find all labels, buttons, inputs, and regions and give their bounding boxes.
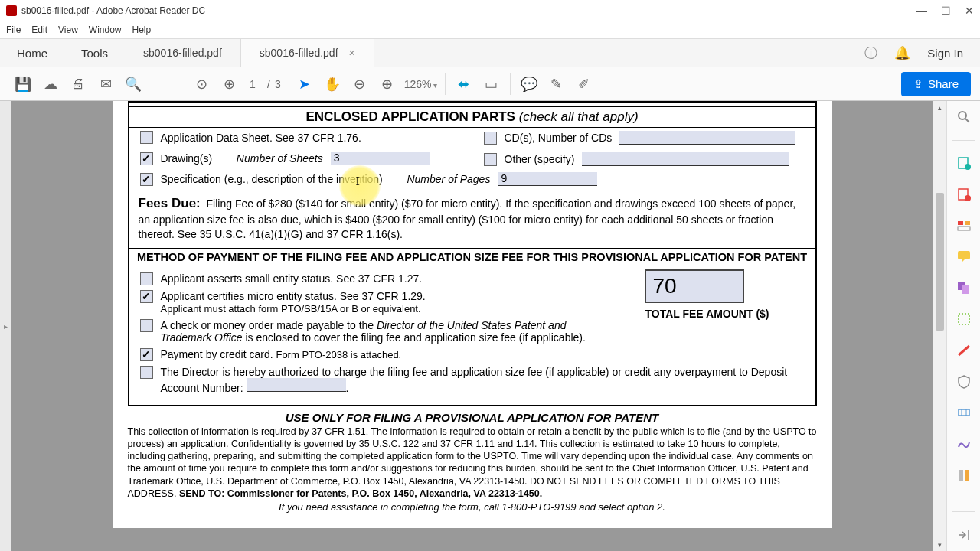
maximize-icon[interactable]: ☐ [941,5,951,17]
create-pdf-icon[interactable] [955,186,973,204]
email-icon[interactable]: ✉ [92,70,119,98]
enclosed-parts-header: ENCLOSED APPLICATION PARTS (check all th… [129,107,815,128]
input-num-sheets[interactable]: 3 [331,152,430,165]
label-specification: Specification (e.g., description of the … [161,173,383,185]
signin-button[interactable]: Sign In [927,47,963,60]
menu-help[interactable]: Help [132,24,152,35]
combine-files-icon[interactable] [955,279,973,297]
fine-print: This collection of information is requir… [128,425,817,500]
total-pages: 3 [275,78,281,90]
checkbox-small-entity[interactable] [140,272,153,285]
comment-icon[interactable]: 💬 [515,70,543,98]
svg-point-0 [959,112,966,119]
checkbox-other[interactable] [484,153,497,166]
sign-icon[interactable]: ✎ [543,70,570,98]
page-down-icon[interactable]: ⊕ [215,70,243,98]
left-panel-toggle[interactable]: ▸ [0,101,11,551]
fill-sign-icon[interactable] [955,435,973,453]
scroll-up-icon[interactable]: ▴ [933,101,946,114]
checkbox-specification[interactable] [140,173,153,186]
highlight-icon[interactable]: ✐ [570,70,598,98]
tools-button[interactable]: Tools [64,39,125,67]
redact-icon[interactable] [955,341,973,359]
svg-line-13 [959,346,969,355]
fit-width-icon[interactable]: ⬌ [450,70,478,98]
input-total-fee[interactable]: 70 [645,269,744,303]
print-icon[interactable]: 🖨 [64,70,92,98]
export-pdf-icon[interactable] [955,155,973,172]
svg-rect-14 [959,409,969,416]
organize-pages-icon[interactable] [955,311,973,328]
cloud-upload-icon[interactable]: ☁ [37,70,64,98]
home-button[interactable]: Home [0,39,64,67]
chevron-right-icon: ▸ [4,322,8,331]
svg-rect-11 [962,285,969,294]
document-tab-0[interactable]: sb0016-filled.pdf [125,39,241,67]
zoom-level[interactable]: 126%▾ [401,78,440,90]
assistance-note: If you need assistance in completing the… [128,501,817,513]
convert-icon[interactable] [955,467,973,484]
svg-rect-9 [958,251,970,259]
checkbox-check-payable[interactable] [140,319,153,332]
checkbox-app-data-sheet[interactable] [140,131,153,144]
menu-edit[interactable]: Edit [31,24,47,35]
input-deposit-account[interactable] [247,378,346,392]
svg-rect-8 [958,227,970,230]
edit-pdf-icon[interactable] [955,217,973,234]
help-icon[interactable]: ⓘ [864,44,877,62]
checkbox-credit-card[interactable] [140,348,153,361]
right-tool-sidebar [946,101,980,551]
notifications-icon[interactable]: 🔔 [894,45,910,61]
menu-view[interactable]: View [58,24,78,35]
minimize-icon[interactable]: — [916,5,927,17]
svg-line-1 [965,119,969,122]
input-cds[interactable] [619,131,795,145]
scroll-down-icon[interactable]: ▾ [933,538,946,551]
close-icon[interactable]: ✕ [965,5,974,17]
hand-pan-icon[interactable]: ✋ [318,70,346,98]
label-director-auth: The Director is hereby authorized to cha… [161,366,789,394]
checkbox-drawings[interactable] [140,152,153,165]
vertical-scrollbar[interactable]: ▴ ▾ [933,101,946,551]
checkbox-cds[interactable] [484,132,497,145]
label-other: Other (specify) [505,153,575,165]
input-num-pages[interactable]: 9 [498,172,597,186]
svg-rect-12 [959,314,969,324]
zoom-in-icon[interactable]: ⊕ [374,70,401,98]
label-credit-card: Payment by credit card. Form PTO-2038 is… [161,348,402,360]
collapse-sidebar-icon[interactable] [955,526,973,543]
checkbox-micro-entity[interactable] [140,290,153,303]
label-small-entity: Applicant asserts small entity status. S… [161,272,423,285]
svg-point-5 [965,195,971,201]
document-tab-1[interactable]: sb0016-filled.pdf× [241,39,374,67]
main-area: ▸ ENCLOSED APPLICATION PARTS (check all … [0,101,980,551]
svg-rect-6 [958,221,963,225]
current-page-input[interactable]: 1 [243,77,263,91]
scrollbar-thumb[interactable] [936,193,944,331]
fit-page-icon[interactable]: ▭ [478,70,505,98]
tab-close-icon[interactable]: × [349,47,355,59]
save-icon[interactable]: 💾 [9,70,37,98]
page-up-icon[interactable]: ⊙ [188,70,215,98]
svg-rect-7 [965,221,970,225]
label-total-fee: TOTAL FEE AMOUNT ($) [645,308,769,320]
protect-icon[interactable] [955,373,973,390]
label-check-payable: A check or money order made payable to t… [161,319,620,344]
label-drawings: Drawing(s) [161,152,213,165]
input-other[interactable] [582,152,789,166]
compress-icon[interactable] [955,404,973,422]
page-viewport[interactable]: ENCLOSED APPLICATION PARTS (check all th… [11,101,933,551]
comment-tool-icon[interactable] [955,248,973,266]
checkbox-director-auth[interactable] [140,366,153,379]
share-button[interactable]: ⇪ Share [901,72,971,96]
menubar: File Edit View Window Help [0,21,980,38]
fees-due-section: Fees Due: Filing Fee of $280 ($140 for s… [129,192,815,249]
menu-file[interactable]: File [6,24,21,35]
selection-arrow-icon[interactable]: ➤ [291,70,318,98]
search-tool-icon[interactable] [955,109,973,126]
svg-rect-18 [965,470,969,481]
method-payment-header: METHOD OF PAYMENT OF THE FILING FEE AND … [129,249,815,266]
zoom-out-icon[interactable]: ⊖ [346,70,374,98]
search-icon[interactable]: 🔍 [119,70,147,98]
menu-window[interactable]: Window [89,24,122,35]
